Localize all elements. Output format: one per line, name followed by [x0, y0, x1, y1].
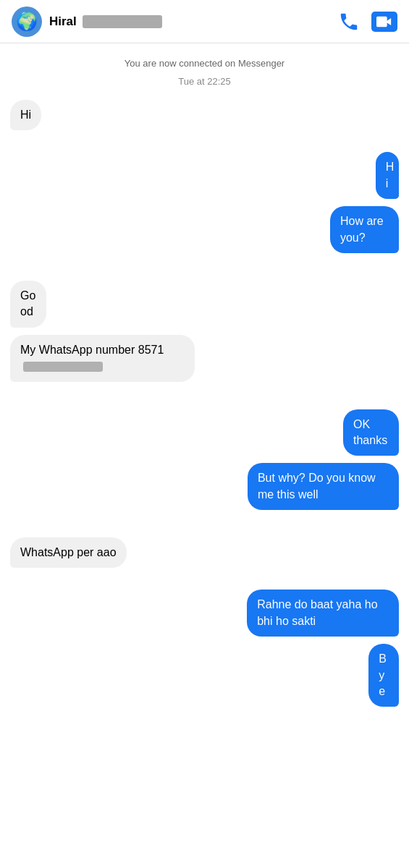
message-bubble-bye: Bye [368, 644, 399, 707]
chat-header: 🌍 Hiral [0, 0, 409, 43]
header-name-area: Hiral [49, 14, 338, 29]
message-bubble: Hi [10, 100, 41, 130]
avatar[interactable]: 🌍 [12, 7, 42, 37]
message-row: Hi [368, 152, 399, 199]
phone-call-button[interactable] [338, 11, 360, 33]
video-icon-box [371, 12, 397, 32]
message-bubble: How are you? [330, 206, 399, 253]
message-row: OK thanks [324, 409, 399, 456]
video-icon [376, 16, 392, 27]
message-bubble-whatsapp-per-aao: WhatsApp per aao [10, 537, 127, 568]
video-call-button[interactable] [371, 12, 397, 32]
contact-name[interactable]: Hiral [49, 14, 77, 29]
header-icons [338, 11, 397, 33]
message-group-right-3: Rahne do baat yaha ho bhi ho sakti Bye [10, 590, 399, 711]
system-message: You are now connected on Messenger [10, 58, 399, 69]
name-blur [83, 15, 162, 28]
phone-icon [338, 11, 360, 33]
message-row: Good [10, 281, 59, 328]
message-row: Hi [10, 100, 399, 130]
message-row: But why? Do you know me this well [197, 463, 399, 510]
chat-area: You are now connected on Messenger Tue a… [0, 43, 409, 868]
phone-number-blur [23, 362, 103, 372]
message-row: Rahne do baat yaha ho bhi ho sakti [196, 590, 399, 637]
message-group-right-2: OK thanks But why? Do you know me this w… [10, 409, 399, 515]
message-row: How are you? [307, 206, 399, 253]
message-row: WhatsApp per aao [10, 537, 399, 568]
message-bubble-ok-thanks: OK thanks [343, 409, 399, 456]
message-row: Bye [358, 644, 399, 707]
message-group-left: Good My WhatsApp number 8571 [10, 281, 399, 386]
message-bubble-rahne-do: Rahne do baat yaha ho bhi ho sakti [247, 590, 399, 637]
message-bubble-whatsapp-number: My WhatsApp number 8571 [10, 335, 195, 382]
message-group-right: Hi How are you? [10, 152, 399, 258]
chat-timestamp: Tue at 22:25 [10, 76, 399, 87]
message-row: My WhatsApp number 8571 [10, 335, 256, 382]
message-bubble: Good [10, 281, 46, 328]
message-bubble-but-why: But why? Do you know me this well [248, 463, 399, 510]
message-bubble: Hi [376, 152, 399, 199]
